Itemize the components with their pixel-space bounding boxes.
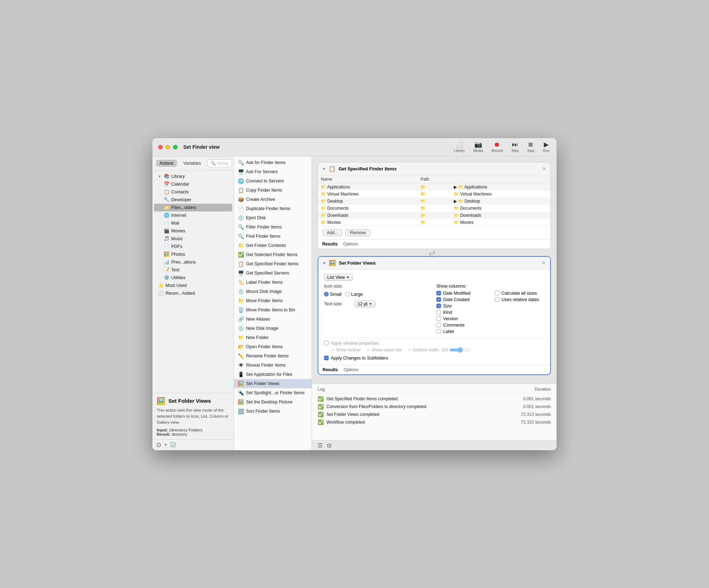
text-size-select[interactable]: 12 pt ▼	[354, 300, 375, 307]
action-copy-finder[interactable]: 📋 Copy Finder Items	[234, 186, 312, 195]
table-row[interactable]: 📁 Downloads 📁 📁 Downloads	[318, 212, 551, 219]
sidebar-item-calendar[interactable]: 📅 Calendar	[154, 180, 232, 188]
kind-checkbox[interactable]	[436, 310, 441, 315]
col-relative-dates[interactable]: Uses relative dates	[495, 297, 545, 302]
sidebar-item-recently-added[interactable]: 🕐 Recen...Added	[154, 289, 232, 297]
card2-header[interactable]: ▼ 🖼️ Set Folder Views ✕	[318, 257, 550, 270]
sidebar-item-text[interactable]: 📝 Text	[154, 266, 232, 274]
record-button[interactable]: ⏺ Record	[491, 141, 503, 153]
comments-checkbox[interactable]	[436, 323, 441, 327]
col-size[interactable]: Size	[436, 304, 486, 309]
sidebar-item-music[interactable]: 🎵 Music	[154, 235, 232, 243]
relative-dates-checkbox[interactable]	[495, 297, 499, 302]
table-row[interactable]: 📁 Applications 📁 ▶ 📁 Applications	[318, 183, 551, 191]
minimize-button[interactable]	[166, 145, 170, 149]
action-label-finder[interactable]: 🏷️ Label Finder Items	[234, 278, 312, 287]
small-radio[interactable]	[324, 292, 329, 296]
action-set-desktop-picture[interactable]: 🖼️ Set the Desktop Picture	[234, 397, 312, 407]
stepper-icon[interactable]: ⊙	[156, 441, 161, 449]
remove-button[interactable]: Remove	[345, 229, 370, 236]
action-set-application-files[interactable]: 📱 Set Application for Files	[234, 370, 312, 379]
fullscreen-button[interactable]	[173, 145, 178, 149]
col-comments[interactable]: Comments	[436, 323, 486, 328]
action-get-selected-finder[interactable]: ✅ Get Selected Finder Items	[234, 250, 312, 259]
date-modified-checkbox[interactable]	[436, 291, 441, 295]
action-open-finder[interactable]: 📂 Open Finder Items	[234, 342, 312, 351]
action-find-finder[interactable]: 🔍 Find Finder Items	[234, 232, 312, 241]
calculate-sizes-checkbox[interactable]	[495, 291, 499, 295]
action-create-archive[interactable]: 📦 Create Archive	[234, 195, 312, 204]
tab-variables[interactable]: Variables	[180, 160, 204, 167]
table-row[interactable]: 📁 Documents 📁 📁 Documents	[318, 205, 551, 212]
version-checkbox[interactable]	[436, 316, 441, 321]
col-date-modified[interactable]: Date Modified	[436, 291, 486, 296]
table-row[interactable]: 📁 Virtual Machines 📁 📁 Virtual Machines	[318, 191, 551, 198]
add-button[interactable]: Add...	[322, 229, 342, 236]
sidebar-item-internet[interactable]: 🌐 Internet	[154, 211, 232, 219]
table-row[interactable]: 📁 Desktop 📁 ▶ 📁 Desktop	[318, 198, 551, 205]
apply-changes-checkbox[interactable]	[324, 356, 329, 360]
sidebar-item-mail[interactable]: ✉️ Mail	[154, 219, 232, 227]
table-row[interactable]: 📁 Movies 📁 📁 Movies	[318, 219, 551, 226]
action-get-specified-finder[interactable]: 📋 Get Specified Finder Items	[234, 259, 312, 268]
tab-results[interactable]: Results	[322, 242, 337, 247]
step-button[interactable]: ⏭ Step	[511, 141, 519, 153]
action-new-aliases[interactable]: 🔗 New Aliases	[234, 315, 312, 324]
action-rename-finder[interactable]: ✏️ Rename Finder Items	[234, 351, 312, 361]
sidebar-width-slider[interactable]	[450, 347, 471, 353]
action-mount-disk[interactable]: 💿 Mount Disk Image	[234, 287, 312, 296]
list-view-icon[interactable]: ☰	[318, 442, 323, 449]
sidebar-item-movies[interactable]: 🎬 Movies	[154, 227, 232, 235]
action-new-disk-image[interactable]: 💿 New Disk Image	[234, 324, 312, 333]
action-move-finder-bin[interactable]: 🗑️ Move Finder Items to Bin	[234, 305, 312, 315]
small-radio-option[interactable]: Small	[324, 292, 342, 297]
action-sort-finder[interactable]: 🔢 Sort Finder Items	[234, 407, 312, 416]
card-header[interactable]: ▼ 📋 Get Specified Finder Items ✕	[318, 163, 551, 175]
action-new-folder[interactable]: 📁 New Folder	[234, 333, 312, 342]
tab2-results[interactable]: Results	[323, 367, 338, 372]
sidebar-item-photos[interactable]: 🖼️ Photos	[154, 250, 232, 258]
media-button[interactable]: 📷 Media	[473, 141, 483, 153]
tab-actions[interactable]: Actions	[156, 160, 177, 167]
tab2-options[interactable]: Options	[344, 367, 358, 372]
col-kind[interactable]: Kind	[436, 310, 486, 315]
tree-item-library[interactable]: ▼ 📚 Library	[154, 173, 232, 180]
close-icon[interactable]: ✕	[542, 166, 546, 171]
action-set-folder-views[interactable]: 🖼️ Set Folder Views	[234, 379, 312, 388]
grid-view-icon[interactable]: ⊟	[327, 442, 331, 449]
date-created-checkbox[interactable]	[436, 297, 441, 302]
size-checkbox[interactable]	[436, 304, 441, 308]
search-input[interactable]: 🔍 Name	[207, 159, 232, 167]
action-duplicate-finder[interactable]: 📄 Duplicate Finder Items	[234, 204, 312, 213]
action-ask-finder-items[interactable]: 🔍 Ask for Finder Items	[234, 158, 312, 167]
sidebar-item-most-used[interactable]: ⭐ Most Used	[154, 282, 232, 289]
stop-button[interactable]: ⏹ Stop	[527, 141, 535, 153]
view-mode-select[interactable]: List View ▼	[324, 274, 353, 281]
sidebar-item-files[interactable]: 📁 Files...olders	[154, 204, 232, 211]
close-icon[interactable]: ✕	[542, 260, 546, 266]
run-button[interactable]: ▶ Run	[543, 141, 549, 153]
sidebar-item-utilities[interactable]: ⚙️ Utilities	[154, 274, 232, 282]
action-reveal-finder[interactable]: 👁️ Reveal Finder Items	[234, 361, 312, 370]
sidebar-item-developer[interactable]: 🔧 Developer	[154, 196, 232, 204]
checkbox-icon[interactable]: ☑	[170, 441, 176, 449]
action-get-specified-servers[interactable]: 🖥️ Get Specified Servers	[234, 268, 312, 278]
col-date-created[interactable]: Date Created	[436, 297, 486, 302]
large-radio-option[interactable]: Large	[345, 292, 363, 297]
action-set-spotlight[interactable]: 🔦 Set Spotlight...or Finder Items	[234, 388, 312, 397]
action-eject-disk[interactable]: 💿 Eject Disk	[234, 213, 312, 222]
sidebar-item-contacts[interactable]: 📋 Contacts	[154, 188, 232, 196]
col-calculate-sizes[interactable]: Calculate all sizes	[495, 291, 545, 296]
label-checkbox[interactable]	[436, 329, 441, 334]
sidebar-item-presentations[interactable]: 📊 Pres...ations	[154, 258, 232, 266]
apply-window-checkbox[interactable]	[324, 341, 329, 345]
action-move-finder[interactable]: 📁 Move Finder Items	[234, 296, 312, 305]
action-filter-finder[interactable]: 🔍 Filter Finder Items	[234, 222, 312, 232]
action-connect-servers[interactable]: 🌐 Connect to Servers	[234, 176, 312, 186]
col-label[interactable]: Label	[436, 329, 486, 334]
tab-options[interactable]: Options	[343, 242, 358, 247]
library-button[interactable]: ⬜ Library	[454, 141, 465, 153]
action-get-folder-contents[interactable]: 📁 Get Folder Contents	[234, 241, 312, 250]
large-radio[interactable]	[345, 292, 350, 296]
col-version[interactable]: Version	[436, 316, 486, 321]
